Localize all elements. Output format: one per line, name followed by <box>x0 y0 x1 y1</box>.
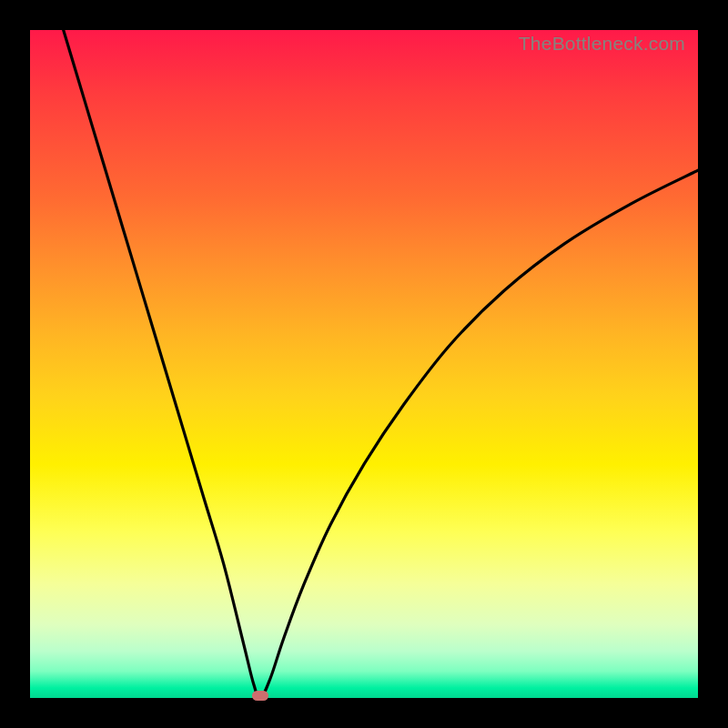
curve-svg <box>30 30 698 698</box>
chart-container: TheBottleneck.com <box>0 0 728 728</box>
plot-area: TheBottleneck.com <box>30 30 698 698</box>
optimal-marker <box>252 691 268 701</box>
bottleneck-curve <box>64 30 698 698</box>
